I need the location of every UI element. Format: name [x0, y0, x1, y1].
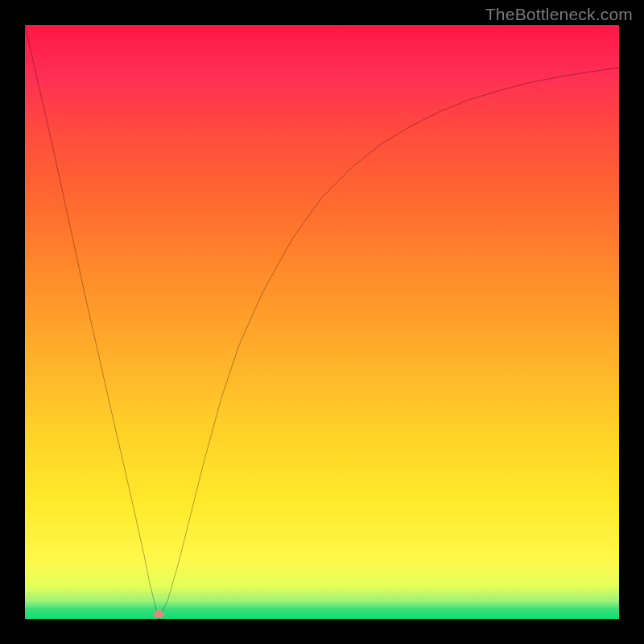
curve-path	[25, 25, 619, 619]
watermark-text: TheBottleneck.com	[485, 5, 633, 24]
chart-frame: TheBottleneck.com	[0, 0, 644, 644]
bottleneck-curve	[25, 25, 619, 619]
plot-area	[25, 25, 619, 619]
optimal-point-marker	[153, 610, 164, 618]
